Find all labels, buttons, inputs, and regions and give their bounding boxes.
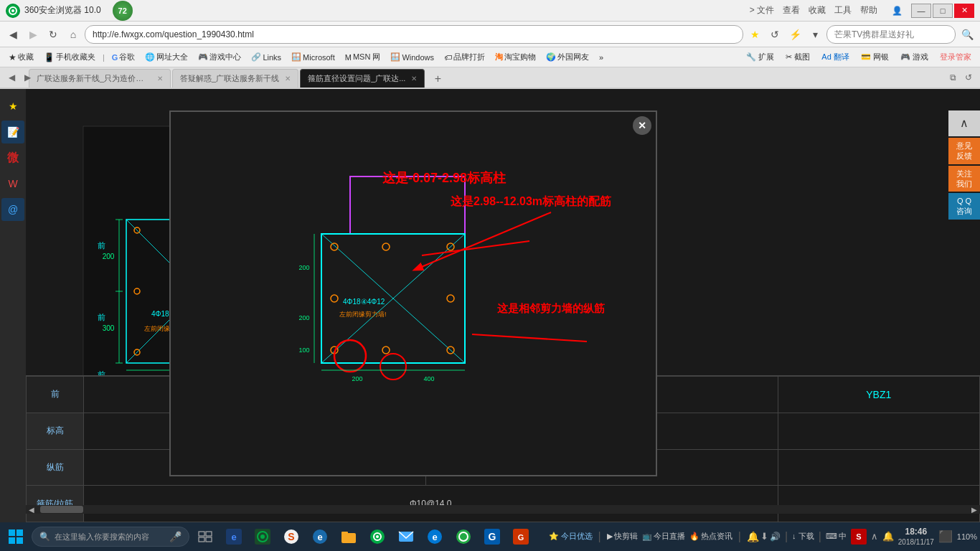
scroll-thumb[interactable] — [40, 506, 83, 513]
bm-taobao[interactable]: 淘淘宝购物 — [491, 50, 540, 64]
green-browser-icon — [456, 529, 471, 545]
back-button[interactable]: ◀ — [4, 26, 22, 43]
tab-1-close[interactable]: ✕ — [157, 75, 163, 83]
tab-3-close[interactable]: ✕ — [411, 75, 417, 83]
taskbar-search-box[interactable]: 🔍 在这里输入你要搜索的内容 🎤 — [32, 527, 189, 547]
live-button[interactable]: 📺 今日直播 — [642, 531, 685, 542]
microphone-icon[interactable]: 🎤 — [169, 531, 182, 542]
task-view-icon — [198, 531, 212, 542]
close-button[interactable]: ✕ — [954, 4, 974, 18]
taskbar-app-6[interactable] — [393, 524, 419, 550]
taskbar-search-engine[interactable]: S — [278, 524, 304, 550]
maximize-button[interactable]: □ — [933, 4, 953, 18]
address-input[interactable] — [85, 25, 743, 44]
sidebar-mail[interactable]: @ — [1, 198, 24, 221]
tray-icon-2[interactable]: ⬇ — [760, 531, 768, 542]
dropdown-icon[interactable]: ▾ — [806, 26, 824, 43]
taskbar-app-4[interactable] — [336, 524, 362, 550]
taskbar-app-7[interactable]: e — [422, 524, 448, 550]
nav-fav[interactable]: 收藏 — [806, 4, 829, 17]
refresh-button[interactable]: ↻ — [44, 26, 62, 43]
bm-foreign[interactable]: 🌍外国网友 — [542, 50, 593, 64]
bm-urls[interactable]: 🌐网址大全 — [141, 50, 192, 64]
tab-list-btn[interactable]: ⧉ — [946, 70, 960, 85]
tab-1[interactable]: 广联达服务新干线_只为造价从业... ✕ — [29, 69, 171, 88]
bm-games[interactable]: 🎮游戏中心 — [194, 50, 245, 64]
bm-brand[interactable]: 🏷品牌打折 — [440, 50, 489, 64]
task-view-button[interactable] — [192, 524, 218, 550]
nav-help[interactable]: 帮助 — [857, 4, 880, 17]
quick-record[interactable]: ▶ 快剪辑 — [607, 531, 638, 542]
taskbar-app-g[interactable]: G — [479, 524, 505, 550]
taskbar-app-3[interactable]: e — [307, 524, 333, 550]
qq-button[interactable]: Q Q咨询 — [948, 193, 980, 220]
hot-news[interactable]: 🔥 热点资讯 — [689, 531, 732, 542]
bm-links[interactable]: 🔗Links — [247, 51, 286, 63]
refresh-icon[interactable]: ↺ — [766, 26, 783, 43]
popup-main-svg: 200 200 100 200 400 4Φ18④4Φ12 左前闭缘剪力墙! — [171, 112, 656, 475]
sidebar-favorites[interactable]: ★ — [1, 95, 24, 118]
today-picks[interactable]: ⭐ 今日优选 — [549, 531, 593, 542]
new-tab-button[interactable]: + — [429, 70, 446, 88]
scroll-right[interactable]: ▶ — [970, 505, 979, 514]
bm-ad[interactable]: Ad 翻译 — [817, 50, 854, 64]
notification-icon[interactable]: 🔔 — [882, 531, 894, 542]
bm-mobile[interactable]: 📱手机收藏夹 — [39, 50, 100, 64]
bm-games2[interactable]: 🎮 游戏 — [896, 50, 933, 64]
scroll-top-button[interactable]: ∧ — [948, 110, 980, 136]
forward-button[interactable]: ▶ — [24, 26, 42, 43]
taskbar-app-glodon[interactable]: G — [508, 524, 534, 550]
tray-icon-3[interactable]: 🔊 — [770, 532, 781, 542]
nav-view[interactable]: 查看 — [780, 4, 803, 17]
tab-2[interactable]: 答疑解惑_广联达服务新干线 ✕ — [172, 69, 298, 88]
action-center-icon[interactable]: ⬛ — [938, 529, 953, 543]
home-button[interactable]: ⌂ — [65, 26, 82, 43]
start-button[interactable] — [3, 524, 29, 550]
svg-text:前: 前 — [98, 313, 105, 321]
tab-prev[interactable]: ◀ — [4, 70, 19, 85]
bm-extensions[interactable]: 🔧 扩展 — [742, 50, 778, 64]
taskbar-app-1[interactable]: e — [221, 524, 247, 550]
taskbar-app-2[interactable] — [250, 524, 275, 550]
bm-more[interactable]: » — [595, 52, 608, 63]
tab-refresh-btn[interactable]: ↺ — [961, 70, 976, 85]
feedback-button[interactable]: 意见反馈 — [948, 138, 980, 164]
sidebar-notes[interactable]: 📝 — [1, 121, 24, 143]
bm-screenshot[interactable]: ✂ 截图 — [781, 50, 814, 64]
sougou-icon[interactable]: S — [851, 529, 867, 545]
bookmark-star[interactable]: ★ — [746, 26, 763, 43]
expand-tray-icon[interactable]: ∧ — [871, 531, 878, 542]
minimize-button[interactable]: — — [911, 4, 931, 18]
sidebar-weibo[interactable]: W — [1, 172, 24, 195]
follow-button[interactable]: 关注我们 — [948, 166, 980, 192]
main-content: 200 300 200 480 4Φ18④4Φ 左前闭缘剪力墙! 前 前 前 Y… — [26, 89, 980, 522]
sidebar-sina[interactable]: 微 — [1, 146, 24, 169]
taskbar-app-8[interactable] — [451, 524, 476, 550]
nav-tools[interactable]: 工具 — [831, 4, 854, 17]
bm-microsoft[interactable]: 🪟Microsoft — [287, 51, 339, 63]
bm-windows[interactable]: 🪟Windows — [386, 51, 438, 63]
magic-icon[interactable]: ⚡ — [786, 26, 804, 43]
download-button[interactable]: ↓ 下载 — [792, 531, 814, 542]
nav-file[interactable]: > 文件 — [747, 4, 777, 17]
g-icon: G — [484, 529, 500, 545]
live-label: 今日直播 — [654, 531, 685, 542]
bm-google[interactable]: G谷歌 — [108, 50, 140, 64]
search-input[interactable] — [826, 25, 956, 44]
scrollbar-horizontal[interactable]: ◀ ▶ — [26, 505, 980, 514]
popup-close-button[interactable]: ✕ — [633, 116, 651, 135]
bm-favorites[interactable]: ★收藏 — [4, 50, 38, 64]
search-button[interactable]: 🔍 — [958, 26, 976, 43]
tab-next[interactable]: ▶ — [20, 70, 34, 85]
tab-3[interactable]: 箍筋直径设置问题_广联达... ✕ — [300, 69, 425, 88]
table-stirrup-label: 箍筋/拉筋 — [27, 486, 84, 522]
tray-icon-1[interactable]: 🔔 — [747, 531, 759, 542]
scroll-left[interactable]: ◀ — [27, 505, 36, 514]
tab-2-close[interactable]: ✕ — [285, 75, 291, 83]
nav-user[interactable]: 👤 — [889, 6, 905, 16]
svg-point-8 — [134, 227, 140, 233]
bm-login[interactable]: 登录管家 — [936, 50, 976, 64]
bm-netbank[interactable]: 💳 网银 — [857, 50, 893, 64]
bm-msn[interactable]: MMSN 网 — [341, 50, 385, 64]
taskbar-app-5[interactable] — [364, 524, 390, 550]
